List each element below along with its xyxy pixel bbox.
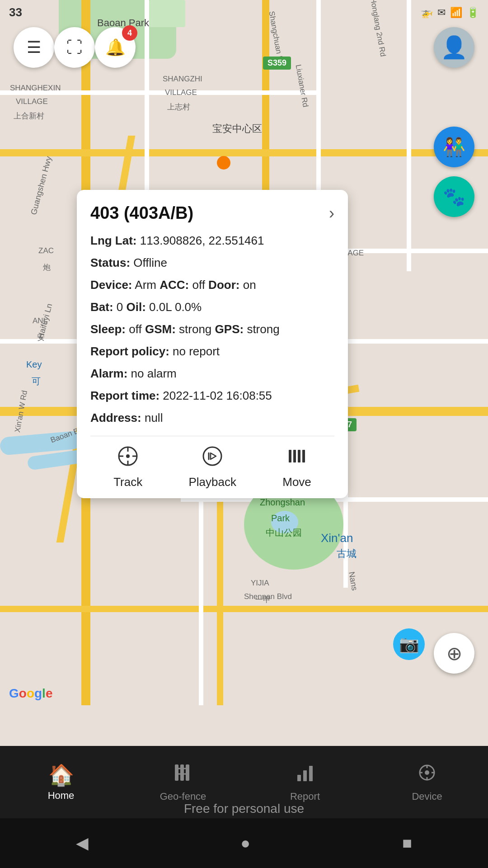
status-bar: 33 🚁 ✉ 📶 🔋	[0, 0, 488, 25]
sleep-label: Sleep:	[90, 322, 126, 336]
device-value: Arm	[135, 278, 156, 292]
acc-label: ACC:	[160, 278, 189, 292]
track-icon	[117, 445, 139, 472]
alarm-label: Alarm:	[90, 367, 127, 380]
home-label: Home	[48, 790, 75, 802]
notification-wrapper: 🔔 4	[95, 27, 136, 68]
fab-buttons: 👫 🐾	[434, 127, 474, 217]
card-lnglat-row: Lng Lat: 113.908826, 22.551461	[90, 232, 334, 250]
people-fab-button[interactable]: 👫	[434, 127, 474, 167]
oil-value: 0.0L 0.0%	[149, 300, 202, 314]
android-recent-button[interactable]: ■	[402, 834, 412, 853]
svg-rect-12	[180, 764, 184, 781]
notification-badge: 4	[122, 25, 137, 41]
android-back-button[interactable]: ◀	[76, 834, 89, 853]
svg-rect-7	[289, 450, 291, 462]
nav-item-report[interactable]: Report	[244, 762, 366, 802]
profile-button[interactable]: 👤	[434, 27, 474, 68]
report-policy-value: no report	[173, 344, 220, 358]
device-icon	[417, 762, 437, 788]
playback-action-button[interactable]: Playback	[188, 445, 236, 489]
hamburger-icon: ☰	[27, 38, 41, 57]
lnglat-value: 113.908826, 22.551461	[140, 234, 264, 247]
nav-item-home[interactable]: 🏠 Home	[0, 763, 122, 802]
card-sleep-row: Sleep: off GSM: strong GPS: strong	[90, 321, 334, 338]
gps-value: strong	[247, 322, 279, 336]
bell-icon: 🔔	[105, 38, 126, 57]
alarm-value: no alarm	[131, 367, 177, 380]
home-icon: 🏠	[48, 763, 74, 787]
bottom-navigation: 🏠 Home Geo-fence Report	[0, 746, 488, 818]
profile-icon: 👤	[441, 35, 468, 60]
track-label: Track	[113, 475, 142, 489]
playback-label: Playback	[188, 475, 236, 489]
card-report-time-row: Report time: 2022-11-02 16:08:55	[90, 387, 334, 405]
card-bat-row: Bat: 0 Oil: 0.0L 0.0%	[90, 298, 334, 316]
card-report-policy-row: Report policy: no report	[90, 343, 334, 360]
svg-rect-16	[297, 775, 301, 781]
nav-item-device[interactable]: Device	[366, 762, 488, 802]
card-actions: Track Playback Mo	[90, 445, 334, 489]
svg-rect-11	[175, 764, 178, 781]
svg-rect-10	[302, 450, 305, 462]
move-icon	[286, 445, 308, 472]
point-marker	[217, 156, 230, 170]
status-icons: 🚁 ✉ 📶 🔋	[421, 7, 479, 19]
menu-button[interactable]: ☰	[14, 27, 54, 68]
nav-item-geofence[interactable]: Geo-fence	[122, 762, 244, 802]
report-time-value: 2022-11-02 16:08:55	[163, 389, 272, 402]
top-navigation: ☰ ⛶ 🔔 4 👤	[0, 27, 488, 68]
acc-value: off	[192, 278, 205, 292]
status-value: Offline	[133, 256, 167, 269]
google-logo: Google	[9, 686, 52, 701]
people-icon: 👫	[443, 137, 465, 158]
oil-label: Oil:	[127, 300, 146, 314]
camera-marker[interactable]: 📷	[393, 628, 425, 660]
expand-button[interactable]: ⛶	[54, 27, 95, 68]
crosshair-icon: ⊕	[446, 642, 462, 665]
gps-label: GPS:	[215, 322, 244, 336]
card-status-row: Status: Offline	[90, 254, 334, 272]
drone-icon: 🚁	[421, 7, 433, 19]
pet-fab-button[interactable]: 🐾	[434, 176, 474, 217]
device-label: Device:	[90, 278, 132, 292]
lnglat-label: Lng Lat:	[90, 234, 137, 247]
android-navigation: ◀ ● ■	[0, 818, 488, 868]
svg-rect-18	[309, 766, 313, 781]
card-header: 403 (403A/B) ›	[90, 203, 334, 223]
gsm-value: strong	[179, 322, 211, 336]
message-icon: ✉	[437, 7, 446, 19]
info-card: 403 (403A/B) › Lng Lat: 113.908826, 22.5…	[77, 190, 348, 498]
svg-point-1	[126, 454, 130, 458]
move-label: Move	[282, 475, 311, 489]
battery-icon: 🔋	[467, 7, 479, 19]
camera-pin: 📷	[393, 628, 425, 660]
card-chevron-icon[interactable]: ›	[329, 204, 334, 223]
signal-bars-icon: 📶	[450, 7, 462, 19]
locate-button[interactable]: ⊕	[434, 633, 474, 674]
device-label: Device	[412, 791, 442, 802]
svg-rect-17	[303, 770, 307, 781]
android-home-button[interactable]: ●	[240, 834, 250, 853]
card-alarm-row: Alarm: no alarm	[90, 365, 334, 382]
door-value: on	[243, 278, 256, 292]
bat-label: Bat:	[90, 300, 113, 314]
svg-rect-13	[186, 764, 189, 781]
expand-icon: ⛶	[66, 38, 83, 57]
card-address-row: Address: null	[90, 409, 334, 427]
card-device-row: Device: Arm ACC: off Door: on	[90, 276, 334, 294]
status-time: 33	[9, 5, 22, 19]
report-icon	[295, 762, 315, 788]
report-policy-label: Report policy:	[90, 344, 169, 358]
card-title: 403 (403A/B)	[90, 203, 193, 223]
bat-value: 0	[117, 300, 123, 314]
geofence-label: Geo-fence	[160, 791, 206, 802]
playback-icon	[202, 445, 223, 472]
svg-point-6	[203, 447, 221, 465]
card-divider	[90, 436, 334, 436]
move-action-button[interactable]: Move	[282, 445, 311, 489]
door-label: Door:	[208, 278, 239, 292]
status-label: Status:	[90, 256, 130, 269]
camera-icon: 📷	[399, 635, 419, 654]
track-action-button[interactable]: Track	[113, 445, 142, 489]
